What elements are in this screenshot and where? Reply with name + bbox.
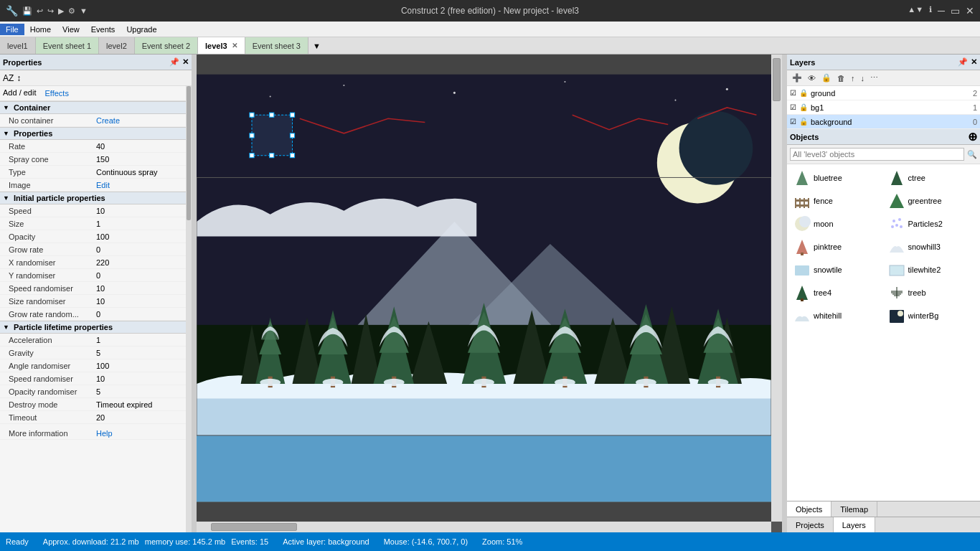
object-treeb[interactable]: treeb	[885, 282, 978, 303]
prop-image: Image Edit	[0, 179, 186, 192]
object-tree4[interactable]: tree4	[790, 282, 883, 303]
quick-access-save[interactable]: 💾	[22, 6, 32, 16]
lock-icon[interactable]: 🔒	[819, 72, 834, 83]
object-whitehill[interactable]: whitehill	[790, 305, 883, 326]
tab-event-sheet-1[interactable]: Event sheet 1	[36, 37, 99, 54]
layers-pin-icon[interactable]: 📌	[958, 57, 968, 67]
quick-access-run[interactable]: ▶	[58, 6, 64, 16]
properties-scrollbar[interactable]	[186, 86, 192, 532]
menu-file[interactable]: File	[0, 24, 24, 35]
svg-marker-69	[890, 194, 904, 208]
info-icon[interactable]: ℹ	[929, 5, 932, 17]
svg-rect-83	[801, 298, 804, 301]
panel-pin-icon[interactable]: 📌	[169, 57, 179, 67]
initial-collapse-icon: ▼	[3, 194, 9, 202]
tab-projects[interactable]: Projects	[787, 517, 834, 532]
sort-alpha-icon[interactable]: AZ	[3, 73, 14, 83]
layers-close-icon[interactable]: ✕	[971, 57, 977, 67]
objects-add-btn[interactable]: ⊕	[968, 130, 977, 143]
layer-ground[interactable]: ☑ 🔒 ground 2	[787, 86, 980, 100]
tab-level2[interactable]: level2	[99, 37, 135, 54]
layer-ground-lock[interactable]: 🔒	[799, 89, 808, 97]
tab-level3-close[interactable]: ✕	[232, 42, 237, 50]
object-winterbg[interactable]: winterBg	[885, 305, 978, 326]
canvas-area[interactable]	[197, 55, 782, 532]
tab-tilemap[interactable]: Tilemap	[831, 501, 877, 517]
effects-link[interactable]: Effects	[42, 88, 183, 98]
tab-overflow[interactable]: ▼	[308, 37, 325, 54]
scroll-thumb-v[interactable]	[773, 58, 781, 101]
menu-view[interactable]: View	[57, 24, 85, 35]
eye-icon[interactable]: 👁	[806, 73, 818, 83]
quick-access-redo[interactable]: ↪	[47, 6, 54, 16]
sort-icon[interactable]: ↕	[17, 73, 21, 83]
maximize-button[interactable]: ▭	[951, 5, 960, 17]
create-link[interactable]: Create	[93, 116, 186, 126]
canvas-scrollbar-horizontal[interactable]	[197, 522, 771, 532]
tab-event-sheet-2[interactable]: Event sheet 2	[135, 37, 198, 54]
help-link[interactable]: Help	[93, 428, 186, 438]
object-snowtile[interactable]: snowtile	[790, 259, 883, 281]
svg-point-47	[473, 379, 494, 386]
object-tilewhite2[interactable]: tilewhite2	[885, 259, 978, 281]
move-layer-down-btn[interactable]: ↓	[859, 73, 867, 83]
menu-home[interactable]: Home	[24, 24, 57, 35]
container-section-header[interactable]: ▼ Container	[0, 101, 186, 114]
game-canvas[interactable]	[197, 55, 771, 522]
move-layer-up-btn[interactable]: ↑	[849, 73, 857, 83]
objects-search-btn[interactable]: 🔍	[967, 150, 977, 159]
svg-point-75	[891, 225, 894, 228]
layer-bg1[interactable]: ☑ 🔒 bg1 1	[787, 100, 980, 115]
ctree-label: ctree	[908, 174, 925, 182]
object-fence[interactable]: fence	[790, 190, 883, 212]
image-edit-link[interactable]: Edit	[93, 180, 186, 190]
tab-level3[interactable]: level3 ✕	[198, 37, 245, 54]
fence-icon	[793, 192, 811, 209]
tab-event-sheet-3[interactable]: Event sheet 3	[245, 37, 308, 54]
layer-background[interactable]: ☑ 🔓 background 0	[787, 115, 980, 129]
object-particles2[interactable]: Particles2	[885, 213, 978, 235]
menu-upgrade[interactable]: Upgrade	[121, 24, 162, 35]
objects-search-input[interactable]	[790, 148, 964, 161]
layer-background-visibility[interactable]: ☑	[790, 118, 796, 126]
initial-particle-section-header[interactable]: ▼ Initial particle properties	[0, 192, 186, 204]
tab-objects[interactable]: Objects	[787, 501, 831, 517]
layer-ground-visibility[interactable]: ☑	[790, 89, 796, 97]
prop-size: Size 1	[0, 217, 186, 230]
layer-bg1-visibility[interactable]: ☑	[790, 103, 796, 111]
scroll-thumb-h[interactable]	[211, 523, 297, 531]
main-layout: Properties 📌 ✕ AZ ↕ Add / edit Effects ▼…	[0, 55, 980, 532]
object-pinktree[interactable]: pinktree	[790, 236, 883, 258]
panel-close-icon[interactable]: ✕	[182, 57, 189, 67]
object-snowhill3[interactable]: snowhill3	[885, 236, 978, 258]
prop-type: Type Continuous spray	[0, 166, 186, 179]
object-greentree[interactable]: greentree	[885, 190, 978, 212]
add-layer-btn[interactable]: ➕	[790, 72, 804, 83]
quick-access-settings[interactable]: ⚙	[68, 6, 75, 16]
layer-background-lock[interactable]: 🔓	[799, 118, 808, 126]
expand-icon[interactable]: ▲▼	[908, 5, 923, 17]
canvas-scrollbar-vertical[interactable]	[771, 55, 782, 522]
prop-timeout: Timeout 20	[0, 411, 186, 424]
delete-layer-btn[interactable]: 🗑	[835, 73, 847, 83]
quick-access-dropdown[interactable]: ▼	[80, 6, 88, 15]
lifetime-section-header[interactable]: ▼ Particle lifetime properties	[0, 321, 186, 334]
close-button[interactable]: ✕	[966, 5, 974, 17]
object-ctree[interactable]: ctree	[885, 167, 978, 189]
minimize-button[interactable]: ─	[938, 5, 945, 17]
pinktree-icon	[793, 238, 811, 255]
properties-scroll[interactable]: Add / edit Effects ▼ Container No contai…	[0, 86, 186, 532]
title-bar-left: 🔧 💾 ↩ ↪ ▶ ⚙ ▼	[6, 5, 88, 17]
object-moon[interactable]: moon	[790, 213, 883, 235]
quick-access-undo[interactable]: ↩	[37, 6, 43, 16]
layer-bg1-lock[interactable]: 🔒	[799, 103, 808, 111]
menu-events[interactable]: Events	[85, 24, 121, 35]
svg-rect-52	[250, 113, 254, 117]
object-bluetree[interactable]: bluetree	[790, 167, 883, 189]
tree4-icon	[793, 284, 811, 301]
tab-level1[interactable]: level1	[0, 37, 36, 54]
svg-point-73	[898, 218, 901, 221]
tab-layers[interactable]: Layers	[834, 517, 875, 532]
layers-more-btn[interactable]: ⋯	[868, 72, 880, 83]
properties-section-header[interactable]: ▼ Properties	[0, 127, 186, 140]
